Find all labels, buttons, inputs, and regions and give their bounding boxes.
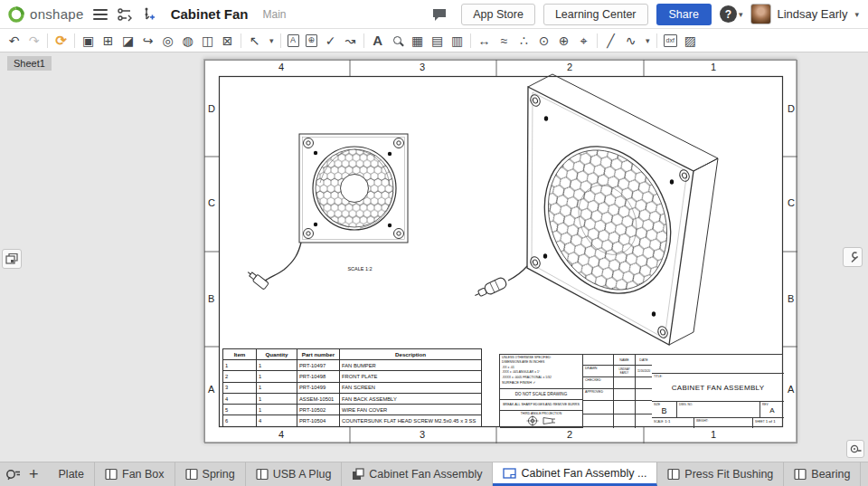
help-menu[interactable]: ? ▾ bbox=[720, 5, 743, 23]
table-icon[interactable]: ▦ bbox=[410, 34, 424, 47]
tab-cad-imports[interactable]: CAD Imports bbox=[861, 462, 868, 486]
tab-usb-a-plug[interactable]: USB A Plug bbox=[246, 462, 343, 486]
tab-press-fit-bushing[interactable]: Press Fit Bushing bbox=[657, 462, 784, 486]
tab-fan-box[interactable]: Fan Box bbox=[95, 462, 175, 486]
spline-icon[interactable]: ∿ bbox=[624, 34, 637, 47]
user-name: Lindsay Early bbox=[777, 7, 847, 21]
drawing-canvas[interactable]: Sheet1 bbox=[0, 52, 868, 462]
text-icon[interactable]: A bbox=[371, 33, 384, 47]
part-studio-icon bbox=[105, 468, 118, 481]
share-button[interactable]: Share bbox=[656, 4, 712, 25]
auxiliary-view-icon[interactable]: ◪ bbox=[121, 34, 135, 47]
onshape-logo[interactable]: onshape bbox=[7, 5, 84, 24]
projection-label: THIRD ANGLE PROJECTION bbox=[521, 412, 561, 415]
zone-label: D bbox=[208, 103, 215, 114]
chevron-down-icon[interactable]: ▾ bbox=[646, 36, 650, 45]
zone-label: 3 bbox=[420, 62, 425, 72]
versions-icon[interactable] bbox=[117, 7, 133, 22]
part-studio-icon bbox=[256, 468, 269, 481]
scale-cell: SCALE: 1:1 bbox=[652, 418, 694, 428]
chamfer-dimension-icon[interactable]: ∴ bbox=[517, 34, 531, 47]
part-studio-icon bbox=[667, 468, 680, 481]
app-store-button[interactable]: App Store bbox=[461, 4, 535, 25]
title-block[interactable]: UNLESS OTHERWISE SPECIFIED: DIMENSIONS A… bbox=[499, 354, 783, 427]
balloon-icon[interactable]: ⊕ bbox=[306, 34, 318, 47]
tab-label: Plate bbox=[59, 468, 85, 481]
comments-icon[interactable] bbox=[431, 7, 448, 22]
name-column-header: NAME bbox=[614, 355, 636, 366]
main-menu-icon[interactable] bbox=[93, 9, 108, 20]
tab-label: USB A Plug bbox=[273, 468, 332, 481]
ordinate-dimension-icon[interactable]: ≈ bbox=[497, 34, 511, 47]
center-mark-icon[interactable]: ⊕ bbox=[557, 34, 571, 47]
chevron-down-icon: ▾ bbox=[854, 10, 859, 19]
configuration-panel-toggle[interactable] bbox=[843, 247, 863, 267]
dimension-icon[interactable]: ↔ bbox=[477, 34, 491, 47]
sheet-tab[interactable]: Sheet1 bbox=[7, 56, 52, 71]
detail-view-icon[interactable]: ◎ bbox=[161, 34, 175, 47]
line-icon[interactable]: ╱ bbox=[604, 34, 618, 47]
user-menu[interactable]: Lindsay Early ▾ bbox=[750, 4, 859, 24]
learning-center-button[interactable]: Learning Center bbox=[543, 4, 648, 25]
radial-dimension-icon[interactable]: ⊙ bbox=[537, 34, 551, 47]
weight-cell: WEIGHT: bbox=[694, 418, 753, 428]
sheet-cell: SHEET 1 of 1 bbox=[753, 418, 784, 428]
rev-cell: REV A bbox=[760, 402, 784, 418]
bom-table-icon[interactable]: ▤ bbox=[430, 34, 444, 47]
tab-label: Cabinet Fan Assembly bbox=[369, 468, 482, 481]
tab-plate[interactable]: Plate bbox=[49, 462, 96, 486]
table-row: 31PRT-10499FAN SCREEN bbox=[223, 382, 482, 393]
revision: A bbox=[762, 406, 782, 415]
insert-document-icon[interactable] bbox=[142, 6, 155, 23]
bend-note-icon[interactable]: ↝ bbox=[344, 34, 357, 47]
tab-spring[interactable]: Spring bbox=[175, 462, 246, 486]
workspace-name: Main bbox=[263, 8, 287, 21]
help-icon: ? bbox=[720, 5, 737, 23]
redo-icon[interactable]: ↷ bbox=[27, 34, 41, 47]
export-dxf-icon[interactable]: dxf bbox=[664, 34, 677, 47]
sheet-number: 1 of 1 bbox=[766, 419, 776, 424]
projected-view-icon[interactable]: ⊞ bbox=[101, 34, 115, 47]
break-view-icon[interactable]: ◫ bbox=[201, 34, 214, 47]
bom-header: Part number bbox=[297, 349, 340, 360]
wrench-icon bbox=[846, 251, 859, 263]
insert-image-icon[interactable]: ▨ bbox=[684, 34, 697, 47]
undo-icon[interactable]: ↶ bbox=[7, 34, 21, 47]
centerline-icon[interactable]: ⌖ bbox=[577, 34, 590, 47]
tab-cabinet-fan-assembly[interactable]: Cabinet Fan Assembly bbox=[342, 462, 493, 486]
drawing-sheet[interactable]: 4 3 2 1 4 3 2 1 D C B A D C B A SCALE 1:… bbox=[203, 59, 797, 443]
add-tab-button[interactable]: + bbox=[24, 465, 43, 484]
tab-manager-icon[interactable] bbox=[5, 468, 21, 481]
measure-tool[interactable] bbox=[846, 440, 864, 458]
zone-label: 2 bbox=[567, 62, 572, 72]
onshape-logo-text: onshape bbox=[30, 6, 84, 22]
bom-header: Description bbox=[340, 349, 482, 360]
crop-view-icon[interactable]: ⊠ bbox=[221, 34, 234, 47]
callout-icon[interactable]: ↖ bbox=[248, 34, 261, 47]
revision-table-icon[interactable]: ▥ bbox=[450, 34, 464, 47]
checkmark-icon[interactable]: ✓ bbox=[324, 34, 337, 47]
tab-cabinet-fan-assembly-drawing[interactable]: Cabinet Fan Assembly ... bbox=[493, 462, 657, 486]
sheet-size: B bbox=[654, 406, 675, 415]
broken-out-section-icon[interactable]: ◍ bbox=[181, 34, 194, 47]
rollback-icon[interactable]: ⟳ bbox=[54, 33, 68, 47]
drawn-label: DRAWN bbox=[583, 366, 614, 377]
sheets-panel-toggle[interactable] bbox=[2, 249, 22, 269]
onshape-logo-icon bbox=[7, 5, 25, 24]
bom-table[interactable]: Item Quantity Part number Description 11… bbox=[222, 348, 482, 427]
tab-bearing[interactable]: Bearing bbox=[784, 462, 861, 486]
tab-label: Bearing bbox=[811, 468, 850, 481]
drawn-name: LINDSAY EARLY bbox=[614, 366, 636, 377]
chevron-down-icon[interactable]: ▾ bbox=[269, 36, 274, 45]
isometric-view[interactable] bbox=[473, 74, 718, 345]
title-label: TITLE: bbox=[654, 375, 782, 378]
tab-label: Fan Box bbox=[122, 468, 165, 481]
insert-view-icon[interactable]: ▣ bbox=[81, 34, 95, 47]
section-view-icon[interactable]: ↪ bbox=[141, 34, 155, 47]
table-row: 21PRT-10498FRONT PLATE bbox=[223, 371, 482, 382]
approved-label: APPROVED bbox=[583, 389, 614, 401]
note-icon[interactable]: A bbox=[288, 34, 299, 47]
detail-zoom-icon[interactable] bbox=[391, 36, 404, 44]
view-scale-label: SCALE 1:2 bbox=[333, 266, 387, 272]
break-edges-note: BREAK ALL SHARP EDGES AND REMOVE BURRS bbox=[500, 400, 583, 411]
